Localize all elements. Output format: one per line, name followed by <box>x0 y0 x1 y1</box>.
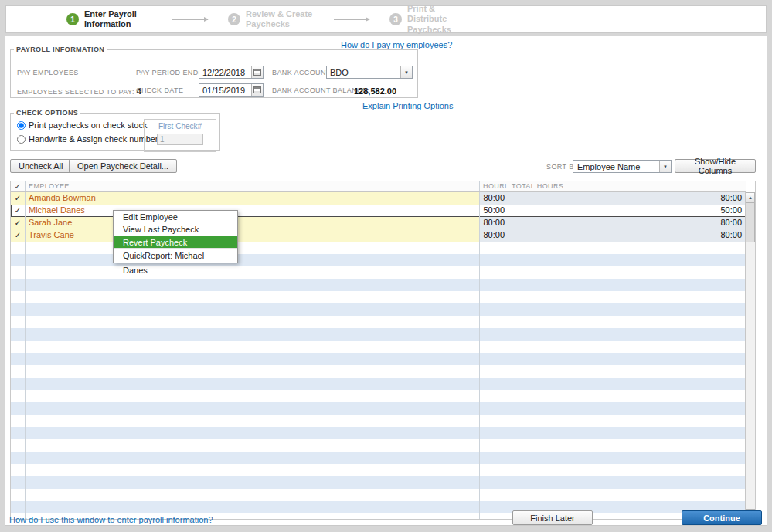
handwrite-checks-radio[interactable] <box>17 135 26 144</box>
row-checkbox[interactable]: ✓ <box>11 229 25 242</box>
menu-item-view-last-paycheck[interactable]: View Last Paycheck <box>114 223 237 236</box>
table-row[interactable]: ✓ Amanda Bowman 80:00 80:00 <box>11 192 746 205</box>
row-hourly-value <box>479 476 508 489</box>
table-row[interactable] <box>11 452 746 464</box>
print-checks-radio[interactable] <box>17 121 26 130</box>
bank-account-value: BDO <box>330 68 349 77</box>
table-row[interactable] <box>11 341 746 353</box>
row-checkbox[interactable] <box>11 464 25 476</box>
row-employee-name: Sarah Jane <box>25 217 479 229</box>
row-hourly-value <box>479 328 508 341</box>
explain-printing-options-link[interactable]: Explain Printing Options <box>362 101 453 110</box>
uncheck-all-button[interactable]: Uncheck All <box>10 159 71 173</box>
table-row[interactable] <box>11 266 746 279</box>
row-checkbox[interactable] <box>11 402 25 415</box>
row-checkbox[interactable] <box>11 501 25 513</box>
check-options-section: CHECK OPTIONS Print paychecks on check s… <box>10 109 220 151</box>
table-row[interactable] <box>11 328 746 341</box>
first-check-label: First Check# <box>145 122 216 130</box>
table-row[interactable] <box>11 303 746 316</box>
row-hourly-value <box>479 464 508 476</box>
table-row[interactable] <box>11 353 746 365</box>
table-row[interactable] <box>11 316 746 328</box>
row-employee-name <box>25 254 479 266</box>
table-row[interactable] <box>11 427 746 439</box>
chevron-down-icon[interactable]: ▼ <box>659 161 671 172</box>
row-checkbox[interactable]: ✓ <box>11 192 25 205</box>
row-checkbox[interactable] <box>11 291 25 303</box>
row-checkbox[interactable] <box>11 303 25 316</box>
sort-by-dropdown[interactable]: Employee Name ▼ <box>573 160 672 173</box>
scrollbar-thumb[interactable] <box>746 202 755 242</box>
calendar-icon[interactable] <box>251 66 263 78</box>
open-paycheck-detail-button[interactable]: Open Paycheck Detail... <box>69 159 177 173</box>
row-checkbox[interactable] <box>11 378 25 390</box>
table-scrollbar[interactable]: ▲ ▼ <box>745 192 755 519</box>
menu-item-revert-paycheck[interactable]: Revert Paycheck <box>114 236 237 248</box>
row-employee-name <box>25 316 479 328</box>
menu-item-quickreport[interactable]: QuickReport: Michael Danes <box>114 248 237 263</box>
row-hourly-value <box>479 303 508 316</box>
row-checkbox[interactable] <box>11 489 25 501</box>
row-hourly-value <box>479 254 508 266</box>
step-3-badge: 3 <box>389 13 402 25</box>
table-row[interactable] <box>11 291 746 303</box>
table-row[interactable] <box>11 365 746 378</box>
pay-period-ends-field[interactable]: 12/22/2018 <box>199 66 264 79</box>
table-row[interactable] <box>11 501 746 513</box>
row-employee-name <box>25 353 479 365</box>
finish-later-button[interactable]: Finish Later <box>512 510 593 525</box>
row-hourly-value: 50:00 <box>479 205 508 217</box>
table-row[interactable] <box>11 390 746 402</box>
row-employee-name <box>25 464 479 476</box>
row-checkbox[interactable] <box>11 328 25 341</box>
calendar-icon[interactable] <box>251 84 263 96</box>
show-hide-columns-button[interactable]: Show/Hide Columns <box>675 159 756 173</box>
row-checkbox[interactable] <box>11 476 25 489</box>
row-checkbox[interactable] <box>11 254 25 266</box>
check-date-field[interactable]: 01/15/2019 <box>199 83 264 97</box>
chevron-down-icon[interactable]: ▼ <box>400 66 412 78</box>
row-checkbox[interactable] <box>11 279 25 291</box>
pay-period-ends-label: PAY PERIOD ENDS <box>136 69 203 76</box>
row-checkbox[interactable]: ✓ <box>11 205 25 217</box>
row-checkbox[interactable] <box>11 427 25 439</box>
row-checkbox[interactable] <box>11 452 25 464</box>
continue-button[interactable]: Continue <box>682 510 762 525</box>
menu-item-edit-employee[interactable]: Edit Employee <box>114 211 237 223</box>
row-hourly-value <box>479 390 508 402</box>
main-panel: How do I pay my employees? PAYROLL INFOR… <box>5 36 767 526</box>
column-header-hourly: HOURLY <box>479 181 508 191</box>
table-row[interactable] <box>11 415 746 427</box>
table-row[interactable] <box>11 464 746 476</box>
row-checkbox[interactable] <box>11 242 25 254</box>
row-checkbox[interactable] <box>11 341 25 353</box>
row-checkbox[interactable] <box>11 353 25 365</box>
payroll-information-legend: PAYROLL INFORMATION <box>14 46 107 53</box>
table-row[interactable] <box>11 489 746 501</box>
handwrite-checks-option[interactable]: Handwrite & Assign check numbers <box>17 134 162 144</box>
row-checkbox[interactable] <box>11 390 25 402</box>
table-row[interactable] <box>11 378 746 390</box>
row-checkbox[interactable] <box>11 439 25 452</box>
scroll-up-icon[interactable]: ▲ <box>746 192 755 202</box>
row-checkbox[interactable] <box>11 266 25 279</box>
sort-by-value: Employee Name <box>577 162 640 171</box>
first-check-input[interactable]: 1 <box>157 134 203 145</box>
table-row[interactable] <box>11 279 746 291</box>
how-use-window-link[interactable]: How do I use this window to enter payrol… <box>9 515 213 524</box>
table-row[interactable] <box>11 476 746 489</box>
row-checkbox[interactable]: ✓ <box>11 217 25 229</box>
table-row[interactable] <box>11 439 746 452</box>
row-hourly-value <box>479 279 508 291</box>
row-total-hours-value <box>508 365 746 378</box>
row-checkbox[interactable] <box>11 415 25 427</box>
bank-account-dropdown[interactable]: BDO ▼ <box>326 66 413 79</box>
print-checks-option[interactable]: Print paychecks on check stock <box>17 120 147 130</box>
table-row[interactable] <box>11 402 746 415</box>
row-hourly-value <box>479 341 508 353</box>
row-checkbox[interactable] <box>11 365 25 378</box>
row-checkbox[interactable] <box>11 316 25 328</box>
row-employee-name <box>25 266 479 279</box>
check-date-label: CHECK DATE <box>136 86 183 94</box>
